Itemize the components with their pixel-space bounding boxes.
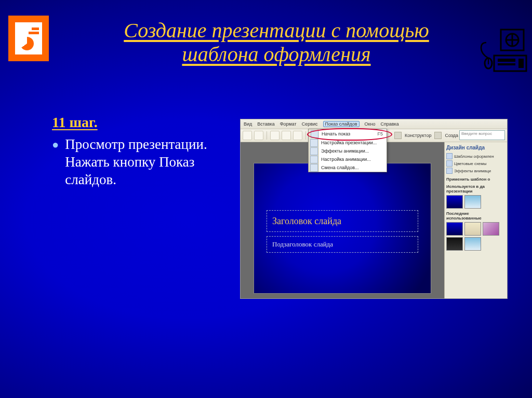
toolbar-button[interactable] <box>243 131 252 140</box>
step-body-row: ● Просмотр презентации. Нажать кнопку По… <box>52 136 218 188</box>
presentation-slide: Создание презентации с помощью шаблона о… <box>0 0 532 398</box>
step-heading: 11 шаг. <box>52 114 218 131</box>
anim-setup-icon <box>310 156 318 163</box>
template-thumb[interactable] <box>446 222 463 236</box>
menu-slideshow[interactable]: Показ слайдов <box>323 121 360 127</box>
apply-template-label: Применить шаблон о <box>446 177 506 182</box>
toolbar-button[interactable] <box>282 131 291 140</box>
constructor-icon <box>394 132 402 139</box>
ask-question-box[interactable]: Введите вопрос <box>459 130 505 140</box>
transition-icon <box>310 164 318 172</box>
step-body-text: Просмотр презентации. Нажать кнопку Пока… <box>65 136 218 188</box>
text-column: 11 шаг. ● Просмотр презентации. Нажать к… <box>52 114 218 377</box>
computer-clipart <box>476 27 528 74</box>
taskpane-link-effects[interactable]: Эффекты анимаци <box>446 167 506 174</box>
inner-slide: Заголовок слайда Подзаголовок слайда <box>254 163 431 294</box>
svg-rect-2 <box>498 63 515 65</box>
used-in-label: Используется в да презентации <box>446 184 506 194</box>
anim-effects-icon <box>310 147 318 155</box>
svg-rect-1 <box>498 59 515 62</box>
svg-rect-3 <box>518 59 524 68</box>
effects-icon <box>446 168 453 174</box>
create-button[interactable]: Созда <box>445 133 458 138</box>
template-thumb[interactable] <box>483 222 499 236</box>
slide-title: Создание презентации с помощью шаблона о… <box>73 19 480 66</box>
template-thumb[interactable] <box>464 222 481 236</box>
templates-icon <box>446 153 453 159</box>
menu-item-anim-setup[interactable]: Настройка анимации... <box>309 155 387 163</box>
menu-tools[interactable]: Сервис <box>302 121 318 127</box>
menu-item-anim-effects[interactable]: Эффекты анимации... <box>309 147 387 155</box>
taskpane-link-colors[interactable]: Цветовые схемы <box>446 160 506 167</box>
bullet-icon: ● <box>52 136 59 188</box>
setup-icon <box>310 139 318 147</box>
slideshow-dropdown: Начать показ F5 Настройка презентации...… <box>308 129 387 172</box>
recent-label: Последние использованные <box>446 211 506 221</box>
title-line-2: шаблона оформления <box>182 43 370 66</box>
menu-insert[interactable]: Вставка <box>257 121 274 127</box>
start-show-icon <box>311 130 318 138</box>
template-thumb[interactable] <box>446 237 463 251</box>
toolbar-button[interactable] <box>254 131 263 140</box>
subtitle-placeholder[interactable]: Подзаголовок слайда <box>267 236 418 253</box>
toolbar-button[interactable] <box>293 131 302 140</box>
menu-item-transition[interactable]: Смена слайдов... <box>309 163 387 172</box>
menu-view[interactable]: Вид <box>244 121 252 127</box>
menubar: Вид Вставка Формат Сервис Показ слайдов … <box>241 119 507 129</box>
menu-window[interactable]: Окно <box>365 121 376 127</box>
embedded-screenshot: Вид Вставка Формат Сервис Показ слайдов … <box>240 119 508 299</box>
menu-format[interactable]: Формат <box>280 121 297 127</box>
title-line-1: Создание презентации с помощью <box>124 19 429 42</box>
recent-thumbs <box>446 222 506 251</box>
create-icon <box>434 132 442 139</box>
taskpane-link-templates[interactable]: Шаблоны оформлен <box>446 153 506 160</box>
design-taskpane: Дизайн слайда Шаблоны оформлен Цветовые … <box>444 142 507 299</box>
constructor-button[interactable]: Конструктор <box>405 133 431 138</box>
powerpoint-logo <box>8 16 49 61</box>
taskpane-header: Дизайн слайда <box>446 144 506 153</box>
template-thumb[interactable] <box>464 237 481 251</box>
template-thumb[interactable] <box>464 195 481 209</box>
menu-item-setup[interactable]: Настройка презентации... <box>309 139 387 147</box>
toolbar-button[interactable] <box>270 131 280 140</box>
menu-help[interactable]: Справка <box>380 121 398 127</box>
menu-item-start-show[interactable]: Начать показ F5 <box>309 130 386 138</box>
template-thumb[interactable] <box>446 195 463 209</box>
colors-icon <box>446 160 453 167</box>
title-placeholder[interactable]: Заголовок слайда <box>267 210 418 232</box>
used-thumbs <box>446 195 506 209</box>
